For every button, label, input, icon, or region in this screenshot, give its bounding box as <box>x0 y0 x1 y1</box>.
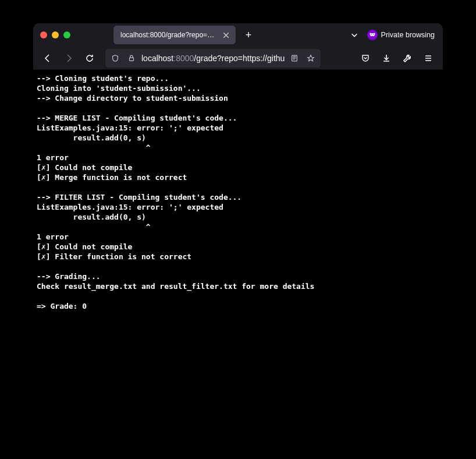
url-text: localhost:8000/grade?repo=https://githu <box>141 54 285 63</box>
tab-bar: localhost:8000/grade?repo=https://g + Pr… <box>33 23 443 47</box>
app-menu-button[interactable] <box>420 50 437 67</box>
svg-rect-0 <box>130 58 134 61</box>
devtools-button[interactable] <box>399 50 416 67</box>
browser-tab[interactable]: localhost:8000/grade?repo=https://g <box>113 26 236 44</box>
bookmark-star-icon[interactable] <box>304 52 317 65</box>
page-content: --> Cloning student's repo... Cloning in… <box>33 70 443 419</box>
console-output: --> Cloning student's repo... Cloning in… <box>37 73 439 311</box>
new-tab-button[interactable]: + <box>240 27 257 43</box>
tab-title: localhost:8000/grade?repo=https://g <box>120 31 216 39</box>
address-bar[interactable]: localhost:8000/grade?repo=https://githu <box>105 49 321 68</box>
browser-window: localhost:8000/grade?repo=https://g + Pr… <box>33 23 443 419</box>
pocket-button[interactable] <box>357 50 374 67</box>
navigation-toolbar: localhost:8000/grade?repo=https://githu <box>33 47 443 70</box>
back-button[interactable] <box>39 50 56 67</box>
forward-button[interactable] <box>60 50 77 67</box>
downloads-button[interactable] <box>378 50 395 67</box>
tabs-dropdown-button[interactable] <box>346 27 363 43</box>
lock-icon[interactable] <box>125 52 138 65</box>
window-close-button[interactable] <box>40 31 47 38</box>
reader-mode-icon[interactable] <box>288 52 301 65</box>
window-maximize-button[interactable] <box>63 31 70 38</box>
reload-button[interactable] <box>81 50 98 67</box>
shield-icon[interactable] <box>109 52 122 65</box>
tab-close-button[interactable] <box>221 30 231 40</box>
private-browsing-label: Private browsing <box>381 31 435 39</box>
private-browsing-indicator: Private browsing <box>367 30 438 40</box>
mask-icon <box>367 30 378 40</box>
window-controls <box>38 31 75 38</box>
window-minimize-button[interactable] <box>52 31 59 38</box>
